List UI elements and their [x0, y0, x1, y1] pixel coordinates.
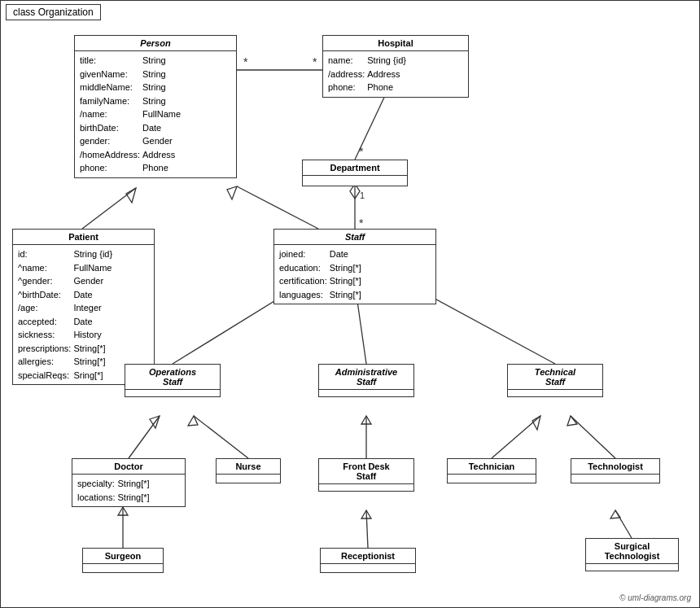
administrative-staff-body [319, 390, 413, 396]
technologist-body [571, 475, 659, 483]
svg-line-30 [492, 416, 540, 458]
operations-staff-class: Operations Staff [125, 364, 221, 397]
department-class: Department [302, 160, 408, 186]
front-desk-staff-title: Front Desk Staff [319, 459, 413, 484]
technical-staff-body [508, 390, 602, 396]
department-body [303, 176, 407, 186]
technician-class: Technician [447, 458, 536, 483]
svg-line-26 [194, 416, 248, 458]
diagram-container: class Organization [0, 0, 700, 608]
svg-text:*: * [243, 55, 248, 68]
hospital-body: name:String {id} /address:Address phone:… [323, 51, 468, 97]
svg-marker-33 [567, 416, 577, 426]
surgeon-body [83, 564, 163, 572]
surgeon-class: Surgeon [82, 548, 164, 573]
receptionist-class: Receptionist [320, 548, 416, 573]
doctor-body: specialty:String[*] locations:String[*] [72, 475, 185, 506]
technical-staff-title: Technical Staff [508, 365, 602, 390]
svg-line-24 [129, 416, 160, 458]
svg-line-38 [615, 510, 632, 538]
svg-marker-35 [118, 507, 128, 515]
svg-marker-14 [227, 186, 237, 199]
staff-class: Staff joined:Date education:String[*] ce… [273, 229, 436, 304]
operations-staff-body [125, 390, 220, 396]
operations-staff-title: Operations Staff [125, 365, 220, 390]
diagram-title: class Organization [6, 4, 101, 20]
staff-body: joined:Date education:String[*] certific… [274, 245, 435, 304]
administrative-staff-title: Administrative Staff [319, 365, 413, 390]
front-desk-staff-body [319, 484, 413, 491]
svg-text:1: 1 [360, 190, 365, 200]
technician-body [448, 475, 536, 483]
technician-title: Technician [448, 459, 536, 475]
person-title: Person [75, 36, 236, 51]
patient-title: Patient [13, 230, 154, 245]
svg-line-11 [82, 188, 136, 229]
svg-marker-27 [188, 416, 198, 426]
person-body: title:String givenName:String middleName… [75, 51, 236, 177]
nurse-title: Nurse [217, 459, 280, 475]
technologist-class: Technologist [571, 458, 660, 483]
surgical-technologist-class: Surgical Technologist [585, 538, 679, 571]
svg-line-36 [366, 510, 368, 548]
nurse-body [217, 475, 280, 483]
svg-marker-39 [610, 510, 620, 518]
svg-line-32 [571, 416, 615, 458]
surgeon-title: Surgeon [83, 549, 163, 564]
person-class: Person title:String givenName:String mid… [74, 35, 237, 178]
technologist-title: Technologist [571, 459, 659, 475]
staff-title: Staff [274, 230, 435, 245]
receptionist-body [321, 564, 415, 572]
svg-text:*: * [359, 145, 364, 158]
svg-marker-31 [532, 416, 540, 430]
administrative-staff-class: Administrative Staff [318, 364, 414, 397]
svg-text:*: * [359, 217, 364, 230]
department-title: Department [303, 160, 407, 176]
surgical-technologist-title: Surgical Technologist [586, 539, 678, 564]
hospital-class: Hospital name:String {id} /address:Addre… [322, 35, 469, 98]
hospital-title: Hospital [323, 36, 468, 51]
svg-marker-37 [361, 510, 371, 518]
doctor-title: Doctor [72, 459, 185, 475]
svg-marker-29 [361, 416, 371, 424]
nurse-class: Nurse [216, 458, 281, 483]
front-desk-staff-class: Front Desk Staff [318, 458, 414, 492]
surgical-technologist-body [586, 564, 678, 571]
technical-staff-class: Technical Staff [507, 364, 603, 397]
doctor-class: Doctor specialty:String[*] locations:Str… [72, 458, 186, 507]
patient-class: Patient id:String {id} ^name:FullName ^g… [12, 229, 155, 385]
svg-marker-25 [150, 416, 160, 428]
svg-text:*: * [313, 55, 317, 68]
copyright: © uml-diagrams.org [619, 593, 691, 602]
receptionist-title: Receptionist [321, 549, 415, 564]
svg-marker-12 [126, 188, 136, 203]
svg-line-13 [237, 186, 318, 229]
